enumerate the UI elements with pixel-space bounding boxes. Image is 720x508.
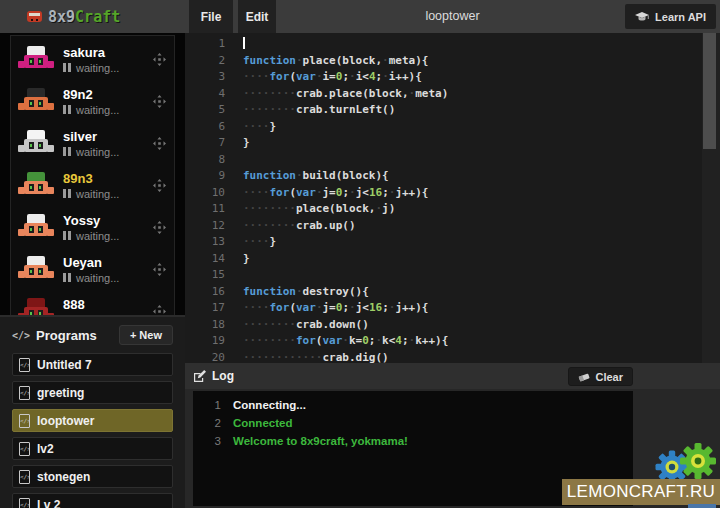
code-text: } bbox=[233, 135, 250, 152]
code-text: ········crab.up() bbox=[233, 218, 356, 235]
code-line: 14} bbox=[185, 251, 720, 268]
program-label: Untitled 7 bbox=[37, 358, 92, 372]
player-status-text: waiting... bbox=[76, 146, 119, 158]
player-row[interactable]: silverwaiting... bbox=[11, 122, 174, 164]
learn-api-label: Learn API bbox=[655, 11, 706, 23]
top-bar: 8x9Craft File Edit looptower Learn API bbox=[0, 0, 720, 33]
player-status-text: waiting... bbox=[76, 104, 119, 116]
player-row[interactable]: 89n2waiting... bbox=[11, 80, 174, 122]
player-status-text: waiting... bbox=[76, 62, 119, 74]
code-text: } bbox=[233, 251, 250, 268]
learn-api-button[interactable]: Learn API bbox=[625, 4, 716, 29]
pause-icon bbox=[63, 273, 71, 282]
program-item[interactable]: </>l v 2 bbox=[12, 493, 173, 508]
player-row[interactable]: 888waiting... bbox=[11, 290, 174, 318]
clear-log-button[interactable]: Clear bbox=[568, 367, 633, 386]
player-row[interactable]: 89n3waiting... bbox=[11, 164, 174, 206]
script-file-icon: </> bbox=[19, 470, 30, 484]
move-player-button[interactable] bbox=[153, 178, 167, 192]
player-status: waiting... bbox=[63, 104, 153, 116]
player-row[interactable]: sakurawaiting... bbox=[11, 38, 174, 80]
move-player-button[interactable] bbox=[153, 262, 167, 276]
code-line: 6····} bbox=[185, 119, 720, 136]
clear-label: Clear bbox=[595, 371, 623, 383]
graduation-cap-icon bbox=[635, 12, 649, 22]
log-header: Log Clear bbox=[185, 363, 720, 389]
script-file-icon: </> bbox=[19, 358, 30, 372]
watermark: LEMONCRAFT.RU bbox=[562, 479, 720, 505]
script-file-icon: </> bbox=[19, 442, 30, 456]
player-avatar-icon bbox=[18, 254, 54, 284]
code-line: 13····} bbox=[185, 234, 720, 251]
move-player-button[interactable] bbox=[153, 220, 167, 234]
pause-icon bbox=[63, 147, 71, 156]
code-line: 12········crab.up() bbox=[185, 218, 720, 235]
program-item[interactable]: </>lv2 bbox=[12, 437, 173, 460]
program-item[interactable]: </>greeting bbox=[12, 381, 173, 404]
line-number: 8 bbox=[185, 152, 233, 169]
player-avatar-icon bbox=[18, 212, 54, 242]
code-line: 7} bbox=[185, 135, 720, 152]
script-file-icon: </> bbox=[19, 414, 30, 428]
move-icon bbox=[153, 221, 166, 234]
line-number: 3 bbox=[185, 69, 233, 86]
program-item[interactable]: </>looptower bbox=[12, 409, 173, 432]
move-player-button[interactable] bbox=[153, 94, 167, 108]
player-row[interactable]: Ueyanwaiting... bbox=[11, 248, 174, 290]
move-player-button[interactable] bbox=[153, 52, 167, 66]
player-status-text: waiting... bbox=[76, 272, 119, 284]
pause-icon bbox=[63, 189, 71, 198]
code-editor[interactable]: 12function·place(block,·meta){3····for(v… bbox=[185, 33, 720, 363]
log-entry: 3Welcome to 8x9craft, yokmama! bbox=[193, 432, 633, 450]
log-entry: 1Connecting... bbox=[193, 396, 633, 414]
code-line: 11········place(block,·j) bbox=[185, 201, 720, 218]
code-line: 15 bbox=[185, 267, 720, 284]
program-item[interactable]: </>Untitled 7 bbox=[12, 353, 173, 376]
program-label: looptower bbox=[37, 414, 94, 428]
line-number: 2 bbox=[185, 53, 233, 70]
program-list: </>Untitled 7</>greeting</>looptower</>l… bbox=[12, 353, 173, 508]
player-name: 89n2 bbox=[63, 87, 153, 102]
code-line: 10····for(var·j=0;·j<16;·j++){ bbox=[185, 185, 720, 202]
code-icon: </> bbox=[12, 330, 30, 341]
app-title: 8x9Craft bbox=[48, 8, 120, 26]
new-program-button[interactable]: + New bbox=[119, 325, 173, 345]
code-text: function·place(block,·meta){ bbox=[233, 53, 428, 70]
move-icon bbox=[153, 95, 166, 108]
log-entry-text: Connecting... bbox=[233, 396, 306, 414]
program-label: lv2 bbox=[37, 442, 54, 456]
line-number: 12 bbox=[185, 218, 233, 235]
crab-icon bbox=[26, 10, 43, 23]
program-item[interactable]: </>stonegen bbox=[12, 465, 173, 488]
brand-craft: Craft bbox=[75, 8, 120, 26]
code-text bbox=[233, 152, 243, 169]
player-status-text: waiting... bbox=[76, 230, 119, 242]
code-text: ············crab.dig() bbox=[233, 350, 389, 364]
code-text bbox=[233, 36, 245, 53]
player-name: 89n3 bbox=[63, 171, 153, 186]
text-cursor bbox=[243, 37, 245, 49]
sidebar: sakurawaiting...89n2waiting...silverwait… bbox=[0, 33, 185, 508]
player-list: sakurawaiting...89n2waiting...silverwait… bbox=[10, 35, 175, 318]
code-text: ····} bbox=[233, 119, 276, 136]
program-label: greeting bbox=[37, 386, 84, 400]
program-label: l v 2 bbox=[37, 498, 60, 508]
player-status: waiting... bbox=[63, 272, 153, 284]
move-player-button[interactable] bbox=[153, 136, 167, 150]
code-line: 20············crab.dig() bbox=[185, 350, 720, 364]
code-text: ····} bbox=[233, 234, 276, 251]
watermark-text: LEMONCRAFT.RU bbox=[567, 482, 715, 502]
log-entry-number: 3 bbox=[193, 432, 221, 450]
code-text: function·destroy(){ bbox=[233, 284, 369, 301]
code-line: 16function·destroy(){ bbox=[185, 284, 720, 301]
player-status: waiting... bbox=[63, 230, 153, 242]
player-avatar-icon bbox=[18, 170, 54, 200]
player-row[interactable]: Yossywaiting... bbox=[11, 206, 174, 248]
player-name: silver bbox=[63, 129, 153, 144]
code-text: ····for(var·j=0;·j<16;·j++){ bbox=[233, 185, 429, 202]
write-icon bbox=[194, 370, 206, 382]
code-line: 3····for(var·i=0;·i<4;·i++){ bbox=[185, 69, 720, 86]
scrollbar-thumb[interactable] bbox=[703, 33, 716, 149]
player-status-text: waiting... bbox=[76, 188, 119, 200]
line-number: 9 bbox=[185, 168, 233, 185]
